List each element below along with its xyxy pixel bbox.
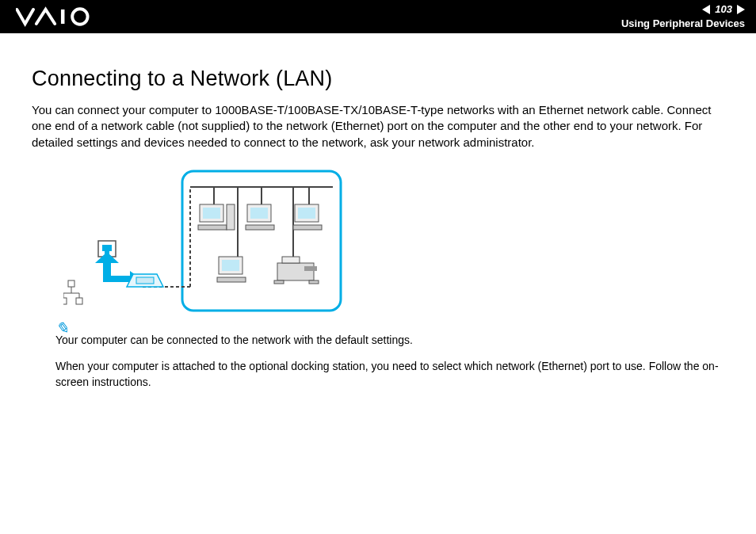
svg-rect-43 [63, 298, 67, 304]
svg-rect-17 [298, 208, 315, 219]
svg-rect-25 [274, 280, 284, 284]
svg-rect-23 [282, 257, 300, 263]
header-bar: 103 Using Peripheral Devices [0, 0, 756, 33]
note-block: ✎ Your computer can be connected to the … [55, 333, 732, 391]
svg-point-1 [72, 9, 87, 24]
svg-rect-24 [304, 266, 317, 271]
svg-rect-11 [198, 225, 227, 230]
svg-rect-35 [111, 276, 130, 282]
note-line-1: Your computer can be connected to the ne… [55, 333, 732, 349]
printer-icon [274, 257, 319, 284]
prev-page-icon[interactable] [702, 5, 710, 14]
lan-symbol-icon [63, 280, 82, 304]
svg-rect-18 [293, 225, 322, 230]
network-diagram [63, 170, 732, 315]
note-icon: ✎ [55, 317, 69, 339]
svg-rect-31 [102, 245, 112, 251]
desktop-icon [198, 204, 235, 230]
page-number: 103 [715, 3, 732, 15]
vaio-logo [16, 5, 103, 29]
page-title: Connecting to a Network (LAN) [32, 67, 732, 91]
laptop-icon [127, 274, 163, 287]
section-title: Using Peripheral Devices [621, 17, 745, 29]
svg-rect-12 [227, 204, 235, 230]
svg-rect-22 [277, 263, 314, 280]
svg-rect-15 [246, 225, 274, 230]
svg-rect-33 [103, 263, 111, 282]
svg-rect-14 [250, 208, 268, 219]
svg-rect-20 [222, 260, 239, 271]
page-content: Connecting to a Network (LAN) You can co… [0, 33, 756, 391]
svg-rect-21 [217, 277, 246, 282]
svg-rect-38 [68, 280, 74, 287]
svg-rect-37 [136, 277, 154, 284]
note-line-2: When your computer is attached to the op… [55, 359, 732, 390]
svg-rect-26 [309, 280, 319, 284]
svg-rect-44 [76, 298, 82, 304]
next-page-icon[interactable] [737, 5, 745, 14]
svg-rect-0 [61, 10, 65, 24]
page-nav: 103 [702, 3, 745, 15]
svg-rect-10 [203, 208, 220, 219]
intro-paragraph: You can connect your computer to 1000BAS… [32, 102, 732, 151]
